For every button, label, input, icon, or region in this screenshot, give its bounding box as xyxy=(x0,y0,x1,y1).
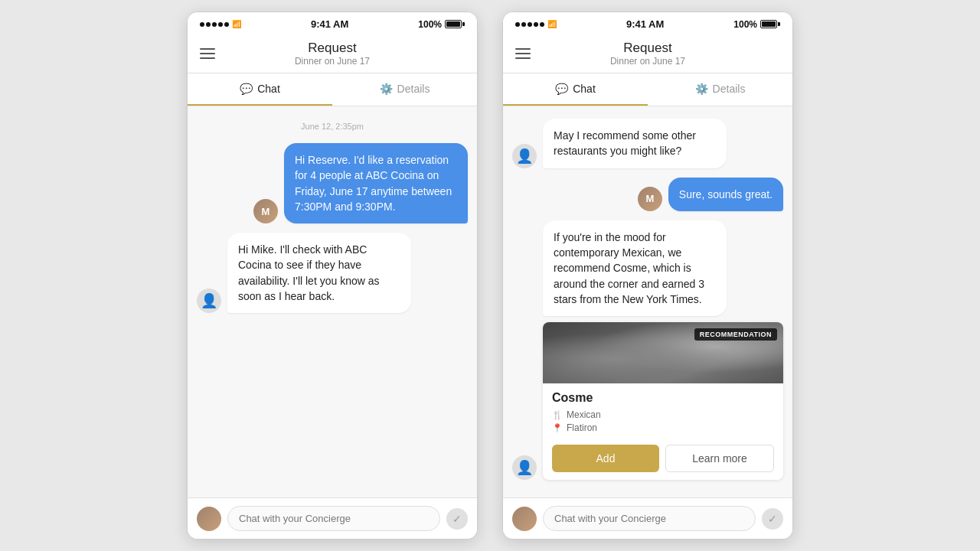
message-bubble-1: Hi Reserve. I'd like a reservation for 4… xyxy=(284,143,468,223)
concierge-avatar-icon-3: 👤 xyxy=(516,459,533,476)
app-subtitle-1: Dinner on June 17 xyxy=(224,56,440,67)
battery-icon-2 xyxy=(760,20,780,28)
message-bubble-5: If you're in the mood for contemporary M… xyxy=(543,220,727,316)
wifi-icon-2: 📶 xyxy=(547,20,557,28)
app-header-2: Request Dinner on June 17 xyxy=(503,33,792,73)
rec-location: Flatiron xyxy=(567,422,597,433)
message-text-2: Hi Mike. I'll check with ABC Cocina to s… xyxy=(238,243,380,302)
details-tab-icon-2: ⚙️ xyxy=(695,83,708,95)
rec-image: RECOMMENDATION xyxy=(543,322,783,383)
cuisine-icon: 🍴 xyxy=(552,410,563,420)
message-row-1: Hi Reserve. I'd like a reservation for 4… xyxy=(197,143,468,223)
concierge-avatar-icon-2: 👤 xyxy=(516,148,533,165)
rec-actions: Add Learn more xyxy=(543,440,783,480)
tab-details-2[interactable]: ⚙️ Details xyxy=(648,73,792,106)
wifi-icon: 📶 xyxy=(232,20,241,28)
send-button-1[interactable]: ✓ xyxy=(446,508,468,530)
battery-percent-1: 100% xyxy=(418,19,442,30)
status-bar-1: 📶 9:41 AM 100% xyxy=(188,12,477,33)
menu-button-2[interactable] xyxy=(515,45,540,62)
message-text-1: Hi Reserve. I'd like a reservation for 4… xyxy=(295,154,452,213)
status-time-2: 9:41 AM xyxy=(626,18,664,30)
rec-cuisine-row: 🍴 Mexican xyxy=(552,409,774,420)
tabs-1: 💬 Chat ⚙️ Details xyxy=(188,73,477,106)
battery-icon-1 xyxy=(445,20,465,28)
concierge-avatar-icon-1: 👤 xyxy=(201,292,217,309)
chat-tab-label-1: Chat xyxy=(257,83,280,95)
send-button-2[interactable]: ✓ xyxy=(762,508,783,530)
phone-2: 📶 9:41 AM 100% Request Dinner on June 17 xyxy=(502,11,793,540)
message-bubble-4: Sure, sounds great. xyxy=(668,178,783,211)
chat-tab-label-2: Chat xyxy=(573,83,596,95)
concierge-avatar-3: 👤 xyxy=(512,455,537,480)
message-row-2: 👤 Hi Mike. I'll check with ABC Cocina to… xyxy=(197,233,468,313)
location-icon: 📍 xyxy=(552,423,563,433)
chat-input-2[interactable] xyxy=(543,506,756,531)
status-bar-2: 📶 9:41 AM 100% xyxy=(503,12,792,33)
add-button[interactable]: Add xyxy=(552,445,659,472)
chat-tab-icon-2: 💬 xyxy=(555,83,568,95)
message-text-3: May I recommend some other restaurants y… xyxy=(554,129,696,157)
chat-tab-icon-1: 💬 xyxy=(240,83,253,95)
rec-badge: RECOMMENDATION xyxy=(694,328,777,341)
chat-input-1[interactable] xyxy=(227,506,440,531)
tab-chat-2[interactable]: 💬 Chat xyxy=(503,73,648,106)
recommendation-card: RECOMMENDATION Cosme 🍴 Mexican 📍 Flatiro… xyxy=(543,322,783,480)
message-row-3: 👤 May I recommend some other restaurants… xyxy=(512,119,783,168)
chat-timestamp-1: June 12, 2:35pm xyxy=(197,122,468,131)
details-tab-icon-1: ⚙️ xyxy=(380,83,393,95)
input-avatar-2 xyxy=(512,507,537,531)
message-bubble-2: Hi Mike. I'll check with ABC Cocina to s… xyxy=(227,233,411,313)
rec-name: Cosme xyxy=(552,391,774,405)
rec-cuisine: Mexican xyxy=(567,409,601,420)
app-subtitle-2: Dinner on June 17 xyxy=(540,56,756,67)
status-time-1: 9:41 AM xyxy=(311,18,348,30)
menu-button-1[interactable] xyxy=(200,45,224,62)
tab-details-1[interactable]: ⚙️ Details xyxy=(332,73,477,106)
concierge-avatar-2: 👤 xyxy=(512,144,537,168)
concierge-avatar-1: 👤 xyxy=(197,289,221,313)
chat-input-bar-2: ✓ xyxy=(503,497,792,539)
tabs-2: 💬 Chat ⚙️ Details xyxy=(503,73,792,106)
message-text-5: If you're in the mood for contemporary M… xyxy=(554,231,704,305)
chat-input-bar-1: ✓ xyxy=(188,497,477,539)
message-row-4: Sure, sounds great. M xyxy=(512,178,783,211)
app-title-1: Request xyxy=(224,41,440,56)
phone-1: 📶 9:41 AM 100% Request Dinner on June 17 xyxy=(187,11,478,540)
message-row-5: 👤 If you're in the mood for contemporary… xyxy=(512,220,783,480)
input-avatar-1 xyxy=(197,507,221,531)
user-avatar-2: M xyxy=(638,187,662,211)
message-text-4: Sure, sounds great. xyxy=(679,188,773,201)
message-bubble-3: May I recommend some other restaurants y… xyxy=(543,119,727,168)
rec-location-row: 📍 Flatiron xyxy=(552,422,774,433)
tab-chat-1[interactable]: 💬 Chat xyxy=(188,73,332,106)
details-tab-label-1: Details xyxy=(397,83,430,95)
chat-area-2: 👤 May I recommend some other restaurants… xyxy=(503,106,792,497)
details-tab-label-2: Details xyxy=(713,83,746,95)
battery-percent-2: 100% xyxy=(733,19,757,30)
app-title-2: Request xyxy=(540,41,756,56)
learn-more-button[interactable]: Learn more xyxy=(665,445,774,472)
app-header-1: Request Dinner on June 17 xyxy=(188,33,477,73)
rec-info: Cosme 🍴 Mexican 📍 Flatiron xyxy=(543,383,783,440)
chat-area-1: June 12, 2:35pm Hi Reserve. I'd like a r… xyxy=(188,106,477,497)
user-avatar-1: M xyxy=(253,199,278,223)
